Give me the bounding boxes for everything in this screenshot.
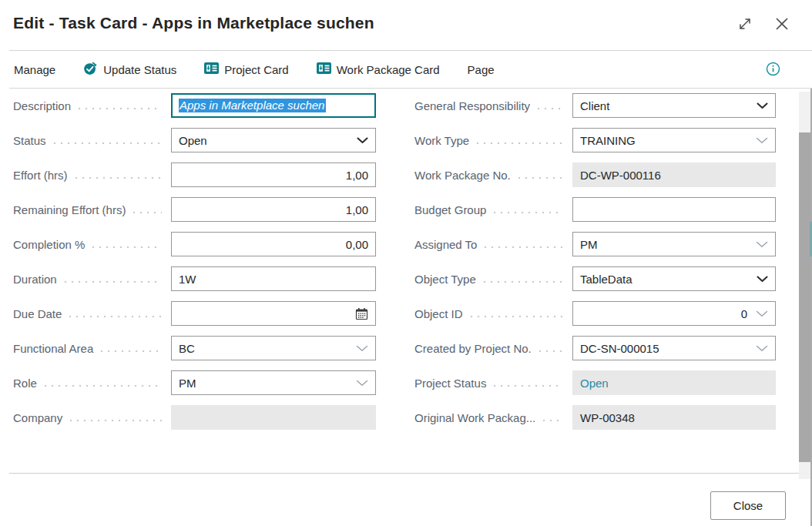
original-work-package-field-disabled: WP-00348: [572, 405, 776, 430]
remaining-effort-input[interactable]: 1,00: [171, 197, 376, 222]
calendar-icon[interactable]: [355, 307, 368, 320]
field-label: Role: [13, 377, 37, 390]
field-value: WP-00348: [580, 411, 635, 424]
field-row-object-id: Object ID 0: [414, 301, 776, 326]
field-label: Functional Area: [13, 342, 93, 355]
field-label: Effort (hrs): [13, 169, 68, 182]
field-label: Status: [13, 134, 46, 147]
field-label: Company: [13, 411, 62, 424]
field-label: Budget Group: [414, 203, 486, 216]
task-card-dialog: Edit - Task Card - Apps in Marketplace s…: [0, 0, 812, 526]
field-value: 0,00: [346, 238, 368, 251]
form-column-left: Description Apps in Marketplace suchen S…: [13, 93, 376, 440]
info-icon[interactable]: [766, 62, 780, 76]
field-label: Duration: [13, 273, 57, 286]
title-actions: [737, 15, 790, 32]
chevron-down-icon: [756, 137, 768, 144]
toolbar-update-status-label: Update Status: [103, 63, 176, 76]
scrollbar-thumb[interactable]: [799, 132, 810, 462]
field-row-object-type: Object Type TableData: [414, 266, 776, 291]
dotted-leader: [493, 211, 563, 214]
expand-icon[interactable]: [737, 15, 753, 32]
functional-area-lookup[interactable]: BC: [171, 336, 376, 360]
field-label: Description: [13, 99, 71, 112]
object-id-lookup[interactable]: 0: [572, 301, 776, 326]
field-row-work-type: Work Type TRAINING: [414, 128, 776, 152]
field-label: General Responsibility: [414, 99, 530, 112]
field-value: DC-SN-000015: [580, 342, 659, 355]
field-row-duration: Duration 1W: [13, 266, 376, 291]
work-type-lookup[interactable]: TRAINING: [572, 128, 776, 152]
dialog-title: Edit - Task Card - Apps in Marketplace s…: [13, 14, 374, 32]
field-row-effort: Effort (hrs) 1,00: [13, 162, 376, 187]
project-status-field-disabled: Open: [572, 370, 776, 395]
title-bar: Edit - Task Card - Apps in Marketplace s…: [0, 0, 812, 43]
field-row-functional-area: Functional Area BC: [13, 336, 376, 360]
dotted-leader: [64, 280, 162, 283]
card-icon: [204, 62, 219, 76]
field-label: Project Status: [414, 377, 486, 390]
dotted-leader: [69, 315, 162, 318]
field-label: Assigned To: [414, 238, 477, 251]
field-row-description: Description Apps in Marketplace suchen: [13, 93, 376, 118]
toolbar-manage[interactable]: Manage: [14, 63, 55, 76]
field-row-general-responsibility: General Responsibility Client: [414, 93, 776, 118]
effort-input[interactable]: 1,00: [171, 162, 376, 187]
dotted-leader: [133, 211, 162, 214]
duration-input[interactable]: 1W: [171, 266, 376, 291]
project-status-link[interactable]: Open: [580, 377, 609, 390]
completion-input[interactable]: 0,00: [171, 232, 376, 256]
field-label: Object Type: [414, 273, 476, 286]
description-input[interactable]: Apps in Marketplace suchen: [171, 93, 376, 118]
dotted-leader: [44, 384, 162, 387]
field-row-due-date: Due Date: [13, 301, 376, 326]
chevron-down-icon: [756, 345, 768, 352]
budget-group-input[interactable]: [572, 197, 776, 222]
general-responsibility-select[interactable]: Client: [572, 93, 776, 118]
dotted-leader: [476, 142, 563, 145]
field-row-original-work-package: Original Work Packag... WP-00348: [414, 405, 776, 430]
dotted-leader: [100, 350, 162, 353]
card-icon: [317, 62, 331, 76]
toolbar-work-package-card[interactable]: Work Package Card: [317, 62, 440, 76]
dotted-leader: [518, 176, 563, 179]
field-row-status: Status Open: [13, 128, 376, 152]
chevron-down-icon: [757, 102, 768, 109]
field-value: TRAINING: [580, 134, 636, 147]
dotted-leader: [470, 315, 563, 318]
work-package-no-field-disabled: DC-WP-000116: [572, 162, 776, 187]
field-value: 0: [741, 307, 747, 320]
field-row-company: Company: [13, 405, 376, 430]
field-row-budget-group: Budget Group: [414, 197, 776, 222]
field-label: Due Date: [13, 307, 62, 320]
dotted-leader: [539, 350, 563, 353]
toolbar-work-package-card-label: Work Package Card: [337, 63, 440, 76]
close-button[interactable]: Close: [710, 491, 786, 520]
dotted-leader: [483, 280, 563, 283]
assigned-to-lookup[interactable]: PM: [572, 232, 776, 256]
due-date-input[interactable]: [171, 301, 376, 326]
chevron-down-icon: [356, 345, 368, 352]
dotted-leader: [484, 246, 563, 249]
dotted-leader: [53, 142, 162, 145]
close-icon[interactable]: [773, 15, 790, 32]
company-field-disabled: [171, 405, 376, 430]
created-by-project-no-lookup[interactable]: DC-SN-000015: [572, 336, 776, 360]
status-select[interactable]: Open: [171, 128, 376, 152]
role-lookup[interactable]: PM: [171, 370, 376, 395]
footer: Close: [0, 474, 812, 520]
dotted-leader: [92, 246, 162, 249]
field-row-role: Role PM: [13, 370, 376, 395]
field-row-project-status: Project Status Open: [414, 370, 776, 395]
toolbar-page-label: Page: [468, 63, 495, 76]
field-value-selected: Apps in Marketplace suchen: [179, 99, 326, 112]
field-label: Work Package No.: [414, 169, 511, 182]
object-type-select[interactable]: TableData: [572, 266, 776, 291]
toolbar-update-status[interactable]: Update Status: [83, 61, 176, 78]
toolbar-project-card[interactable]: Project Card: [204, 62, 288, 76]
toolbar-page[interactable]: Page: [468, 63, 495, 76]
field-value: DC-WP-000116: [580, 169, 661, 182]
field-row-completion: Completion % 0,00: [13, 232, 376, 256]
field-value: 1W: [179, 273, 196, 286]
field-value: 1,00: [346, 169, 368, 182]
